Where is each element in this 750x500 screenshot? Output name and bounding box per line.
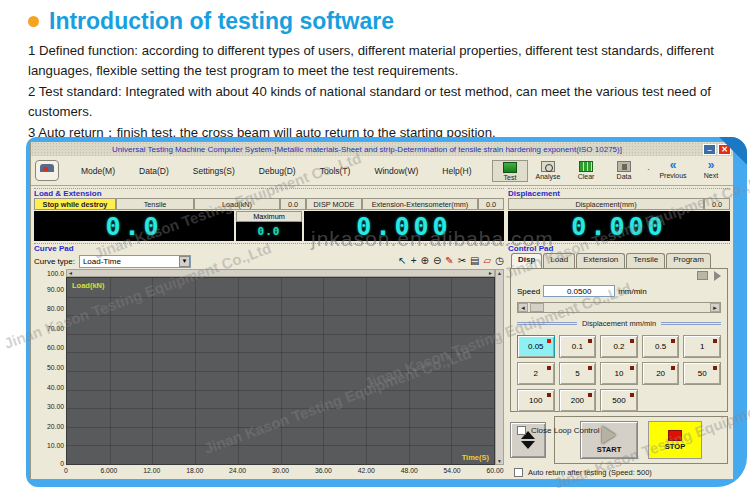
slider-track <box>544 303 710 312</box>
section-divider: Displacement mm/min <box>517 319 721 328</box>
speed-button-5[interactable]: 5 <box>559 362 597 385</box>
jog-down-icon <box>521 441 535 449</box>
tab-tensile[interactable]: Tensile <box>626 253 665 268</box>
slider-thumb[interactable] <box>530 303 544 312</box>
y-tick-label: 20.00 <box>47 422 64 429</box>
menu-item-mode[interactable]: Mode(M) <box>69 164 127 178</box>
extension-header-cell: Extension-Extensometer(mm) <box>362 198 478 210</box>
close-loop-label: Close Loop Control <box>531 426 599 435</box>
maximum-box: Maximum 0.0 <box>236 211 302 241</box>
speed-button-100[interactable]: 100 <box>517 389 555 412</box>
maximum-label: Maximum <box>236 211 302 222</box>
red-flag-icon <box>671 339 675 343</box>
pan-icon[interactable]: + <box>411 256 417 266</box>
cut-icon[interactable]: ✂ <box>458 256 466 266</box>
print-icon[interactable]: ▤ <box>470 256 479 266</box>
close-loop-checkbox[interactable] <box>517 426 526 435</box>
zoom-out-icon[interactable]: ⊖ <box>433 256 441 266</box>
slider-left-arrow-icon[interactable]: ◄ <box>518 303 528 312</box>
curve-type-label: Curve type: <box>34 257 75 266</box>
tab-disp[interactable]: Disp <box>511 253 542 268</box>
displacement-lcd-display: 0.000 <box>508 211 730 241</box>
stop-while-destroy-button[interactable]: Stop while destroy <box>34 198 116 210</box>
gridline <box>451 278 452 464</box>
tab-program[interactable]: Program <box>666 253 711 268</box>
y-tick-label: 90.00 <box>47 285 64 292</box>
chart-vertical-scrollbar[interactable]: ▲▼ <box>495 269 504 465</box>
menu-item-window[interactable]: Window(W) <box>362 164 430 178</box>
panel-play-icon[interactable] <box>714 271 721 281</box>
speed-button-50[interactable]: 50 <box>683 362 721 385</box>
extension-lcd-display: 0.000 <box>304 211 504 241</box>
red-flag-icon <box>588 366 592 370</box>
chart-ylabel: Load(kN) <box>72 281 105 290</box>
toolbar-separator: · <box>647 164 650 174</box>
toolbar-button-clear[interactable]: Clear <box>568 160 604 180</box>
main-area: Load & Extension Stop while destroy Tens… <box>31 186 733 479</box>
red-flag-icon <box>630 393 634 397</box>
test-mode-cell: Tensile <box>116 198 194 210</box>
cursor-icon[interactable]: ↖ <box>398 256 406 266</box>
tab-load[interactable]: Load <box>543 253 575 268</box>
x-tick-label: 54.00 <box>444 467 461 474</box>
speed-button-20[interactable]: 20 <box>642 362 680 385</box>
toolbar-button-data[interactable]: Data <box>606 160 642 180</box>
speed-button-2[interactable]: 2 <box>517 362 555 385</box>
toolbar-label: Next <box>704 172 718 179</box>
speed-button-200[interactable]: 200 <box>559 389 597 412</box>
speed-input[interactable]: 0.0500 <box>543 285 615 297</box>
x-tick-label: 24.00 <box>229 467 246 474</box>
toolbar-button-analyse[interactable]: Analyse <box>530 160 566 180</box>
window-titlebar: Universal Testing Machine Computer Syste… <box>31 142 733 156</box>
speed-button-0.2[interactable]: 0.2 <box>600 335 638 358</box>
toolbar-label: Test <box>504 174 517 181</box>
disp-mode-cell[interactable]: DISP MODE <box>306 198 362 210</box>
load-extension-header-row: Stop while destroy Tensile Load(kN) 0.0 … <box>34 198 504 210</box>
y-tick-label: 0 <box>60 460 64 467</box>
menu-item-tools[interactable]: Tools(T) <box>308 164 363 178</box>
minimize-button[interactable]: – <box>703 144 716 155</box>
slider-right-arrow-icon[interactable]: ► <box>710 303 720 312</box>
menu-item-help[interactable]: Help(H) <box>430 164 483 178</box>
gridline <box>366 278 367 464</box>
x-tick-label: 12.00 <box>143 467 160 474</box>
toolbar-button-previous[interactable]: «Previous <box>655 160 691 179</box>
speed-unit: mm/min <box>618 287 646 296</box>
speed-button-0.05[interactable]: 0.05 <box>517 335 555 358</box>
gridline <box>67 427 494 428</box>
chart-plot[interactable]: Load(kN) Time(S) <box>66 277 495 465</box>
speed-slider[interactable]: ◄ ► <box>517 302 721 313</box>
tab-extension[interactable]: Extension <box>576 253 625 268</box>
menu-item-data[interactable]: Data(D) <box>127 164 181 178</box>
app-window: Universal Testing Machine Computer Syste… <box>30 141 734 480</box>
speed-button-0.5[interactable]: 0.5 <box>642 335 680 358</box>
toolbar-button-test[interactable]: Test <box>492 160 528 182</box>
control-pad-panel: Speed 0.0500 mm/min ◄ ► <box>510 268 728 412</box>
extension-value-cell: 0.0 <box>478 198 504 210</box>
page-title: Introduction of testing software <box>49 8 394 35</box>
x-tick-label: 36.00 <box>315 467 332 474</box>
menu-item-debug[interactable]: Debug(D) <box>247 164 308 178</box>
pen-icon[interactable]: ✎ <box>445 256 453 266</box>
curve-select-icon[interactable]: ▱ <box>484 256 492 266</box>
speed-row: Speed 0.0500 mm/min <box>517 285 721 297</box>
speed-button-10[interactable]: 10 <box>600 362 638 385</box>
chart-horizontal-scrollbar[interactable]: ◄► <box>66 269 495 277</box>
y-tick-label: 70.00 <box>47 324 64 331</box>
toolbar: TestAnalyseClearData·«Previous»Next <box>492 160 729 182</box>
zoom-in-icon[interactable]: ⊕ <box>421 256 429 266</box>
speed-button-0.1[interactable]: 0.1 <box>559 335 597 358</box>
timer-icon[interactable]: ◷ <box>495 256 504 266</box>
menu-item-settings[interactable]: Settings(S) <box>181 164 247 178</box>
chevron-down-icon[interactable]: ▼ <box>179 256 190 267</box>
panel-printer-icon[interactable] <box>697 271 708 280</box>
x-tick-label: 0 <box>64 467 68 474</box>
start-label: START <box>597 445 621 454</box>
intro-paragraphs: 1 Defined function: according to differe… <box>28 41 728 143</box>
bullet-icon <box>28 16 39 27</box>
curve-type-dropdown[interactable]: Load-Time ▼ <box>79 255 191 268</box>
frame-corner-bevel <box>717 137 747 167</box>
speed-button-500[interactable]: 500 <box>600 389 638 412</box>
speed-button-1[interactable]: 1 <box>683 335 721 358</box>
auto-return-checkbox[interactable] <box>514 468 523 477</box>
